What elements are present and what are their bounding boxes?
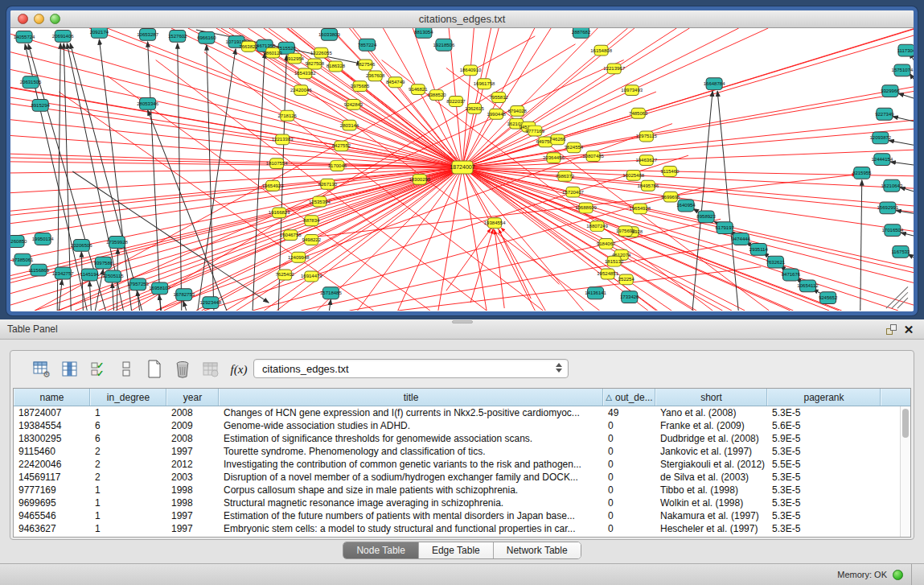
cell-year: 2008	[166, 406, 219, 419]
column-header[interactable]: in_degree	[90, 389, 166, 406]
table-row[interactable]: 1456911722003Disruption of a novel membe…	[14, 471, 900, 484]
node-label: 18300295	[409, 177, 430, 182]
table-panel-header: Table Panel ✕	[0, 319, 924, 340]
cell-short: Nakamura et al. (1997)	[655, 509, 767, 522]
cell-title: Genome-wide association studies in ADHD.	[219, 419, 603, 432]
close-window-icon[interactable]	[18, 14, 28, 24]
node-label: 8427552	[332, 143, 351, 148]
network-graph[interactable]: 1405572420691406209217410653287152760269…	[10, 28, 914, 311]
cell-out_de: 0	[603, 471, 655, 484]
close-panel-button[interactable]: ✕	[900, 322, 918, 336]
column-header[interactable]: △out_de...	[603, 389, 655, 406]
cell-short: de Silva et al. (2003)	[655, 471, 767, 484]
zoom-window-icon[interactable]	[50, 14, 60, 24]
column-header[interactable]: name	[14, 389, 90, 406]
tab-edge-table[interactable]: Edge Table	[419, 542, 494, 558]
node-label: 12505115	[102, 274, 124, 278]
node-label: 16154808	[590, 48, 612, 53]
node-label: 28053346	[137, 101, 158, 106]
node-label: 1990448	[487, 112, 506, 117]
cell-in_degree: 1	[90, 509, 166, 522]
network-window-titlebar[interactable]: citations_edges.txt	[10, 10, 914, 28]
cell-pagerank: 5.3E-5	[767, 484, 881, 496]
cell-in_degree: 2	[90, 458, 166, 471]
table-row[interactable]: 2242004622012Investigating the contribut…	[14, 458, 900, 471]
float-panel-button[interactable]	[882, 322, 900, 336]
node-label: 7663822	[239, 44, 258, 49]
cell-title: Investigating the contribution of common…	[219, 458, 603, 471]
table-selector-dropdown[interactable]: citations_edges.txt	[253, 359, 569, 378]
node-label: 17359928	[106, 240, 128, 245]
node-label: 20206506	[71, 243, 92, 248]
node-label: 8958923	[696, 214, 716, 219]
table-settings-button[interactable]: ⚙	[31, 359, 52, 380]
column-header[interactable]: title	[219, 389, 603, 406]
column-checklist-button[interactable]: ✓✓	[88, 359, 109, 380]
node-label: 9184067	[597, 241, 616, 246]
splitter-handle[interactable]	[452, 320, 473, 323]
node-label: 10653287	[137, 32, 158, 37]
status-bar: Memory: OK	[0, 563, 924, 585]
dropdown-arrows-icon	[556, 363, 562, 373]
table-scrollbar[interactable]	[900, 406, 910, 537]
node-table: namein_degreeyeartitle△out_de...shortpag…	[13, 388, 911, 538]
node-label: 19463627	[635, 158, 657, 163]
node-label: 20364456	[543, 155, 565, 160]
node-label: 1388520	[427, 93, 446, 97]
table-row[interactable]: 977716911998Corpus callosum shape and si…	[14, 484, 900, 496]
cell-out_de: 0	[603, 445, 655, 458]
table-row[interactable]: 911546021997Tourette syndrome. Phenomeno…	[14, 445, 900, 458]
scrollbar-thumb[interactable]	[902, 409, 909, 438]
column-header[interactable]: year	[166, 389, 219, 406]
node-label: 15692991	[877, 205, 899, 210]
import-table-button[interactable]	[200, 359, 221, 380]
node-label: 2367608	[366, 73, 385, 78]
node-label: 8454749	[386, 80, 405, 84]
node-label: 9827508	[306, 62, 325, 67]
network-canvas[interactable]: 1405572420691406209217410653287152760269…	[10, 28, 914, 311]
minimize-window-icon[interactable]	[34, 14, 44, 24]
cell-short: Tibbo et al. (1998)	[655, 484, 767, 496]
node-label: 12213967	[603, 66, 625, 71]
column-header[interactable]: short	[655, 389, 767, 406]
table-row[interactable]: 1938455462009Genome-wide association stu…	[14, 419, 900, 432]
stacked-squares-icon	[121, 360, 132, 378]
table-row[interactable]: 1872400712008Changes of HCN gene express…	[14, 406, 900, 419]
cell-name: 9465546	[14, 509, 90, 522]
cell-pagerank: 5.3E-5	[767, 509, 881, 522]
column-header[interactable]: pagerank	[767, 389, 881, 406]
node-label: 19654923	[262, 183, 284, 188]
show-columns-button[interactable]	[60, 359, 80, 380]
cell-name: 18300295	[14, 432, 90, 445]
node-label: 12093872	[869, 135, 891, 140]
table-row[interactable]: 946554611997Estimation of the future num…	[14, 509, 900, 522]
cell-name: 18724007	[14, 406, 90, 419]
delete-button[interactable]	[172, 359, 193, 380]
cell-year: 1998	[166, 484, 219, 496]
table-row[interactable]: 1830029562008Estimation of significance …	[14, 432, 900, 445]
node-label: 18640910	[460, 68, 482, 72]
cell-pagerank: 5.5E-5	[767, 458, 881, 471]
node-label: 16914479	[301, 274, 322, 278]
node-label: 12213383	[272, 137, 294, 142]
cell-pagerank: 5.3E-5	[767, 496, 881, 509]
function-builder-button[interactable]: f(x)	[228, 359, 249, 380]
node-label: 2718126	[278, 113, 298, 118]
table-row[interactable]: 969969511998Structural magnetic resonanc…	[14, 496, 900, 509]
node-label: 17016504	[882, 228, 904, 233]
node-label: 25260850	[10, 239, 27, 244]
node-label: 8471676	[782, 273, 801, 278]
cell-name: 14569117	[14, 471, 90, 484]
node-label: 6794028	[508, 109, 528, 113]
node-label: 10654112	[797, 283, 819, 288]
stacked-squares-button[interactable]	[116, 359, 137, 380]
node-label: 3170046	[328, 163, 347, 168]
tab-node-table[interactable]: Node Table	[343, 542, 419, 558]
node-label: 18724007	[450, 164, 474, 170]
new-document-button[interactable]	[144, 359, 165, 380]
delete-icon	[174, 360, 191, 379]
cell-title: Embryonic stem cells: a model to study s…	[219, 522, 603, 535]
table-settings-icon: ⚙	[33, 360, 51, 378]
table-row[interactable]: 946362711997Embryonic stem cells: a mode…	[14, 522, 900, 535]
tab-network-table[interactable]: Network Table	[494, 542, 581, 558]
